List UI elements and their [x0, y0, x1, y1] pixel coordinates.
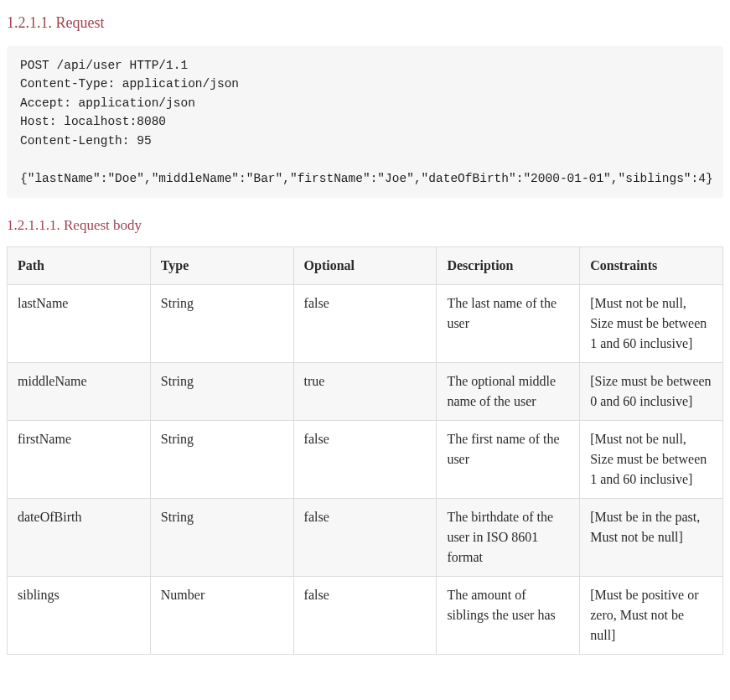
col-header-constraints: Constraints	[580, 246, 723, 284]
cell-description: The first name of the user	[437, 420, 580, 498]
cell-constraints: [Must be positive or zero, Must not be n…	[580, 576, 723, 654]
col-header-type: Type	[150, 246, 293, 284]
cell-description: The amount of siblings the user has	[437, 576, 580, 654]
cell-description: The birthdate of the user in ISO 8601 fo…	[437, 498, 580, 576]
table-row: dateOfBirth String false The birthdate o…	[8, 498, 723, 576]
table-row: lastName String false The last name of t…	[8, 284, 723, 362]
cell-constraints: [Size must be between 0 and 60 inclusive…	[580, 362, 723, 420]
cell-constraints: [Must be in the past, Must not be null]	[580, 498, 723, 576]
cell-type: String	[150, 420, 293, 498]
request-code-block[interactable]: POST /api/user HTTP/1.1 Content-Type: ap…	[7, 46, 723, 198]
table-row: middleName String true The optional midd…	[8, 362, 723, 420]
cell-optional: true	[293, 362, 437, 420]
col-header-path: Path	[8, 246, 151, 284]
col-header-description: Description	[437, 246, 580, 284]
cell-path: lastName	[8, 284, 151, 362]
table-row: firstName String false The first name of…	[8, 420, 723, 498]
cell-type: String	[150, 498, 293, 576]
cell-optional: false	[293, 498, 437, 576]
cell-constraints: [Must not be null, Size must be between …	[580, 284, 723, 362]
cell-type: Number	[150, 576, 293, 654]
cell-path: dateOfBirth	[8, 498, 151, 576]
cell-constraints: [Must not be null, Size must be between …	[580, 420, 723, 498]
cell-path: firstName	[8, 420, 151, 498]
cell-description: The last name of the user	[437, 284, 580, 362]
cell-optional: false	[293, 576, 437, 654]
cell-type: String	[150, 362, 293, 420]
cell-path: middleName	[8, 362, 151, 420]
cell-optional: false	[293, 284, 437, 362]
cell-type: String	[150, 284, 293, 362]
request-body-heading: 1.2.1.1.1. Request body	[7, 215, 723, 236]
cell-description: The optional middle name of the user	[437, 362, 580, 420]
table-header-row: Path Type Optional Description Constrain…	[8, 246, 723, 284]
col-header-optional: Optional	[293, 246, 437, 284]
cell-optional: false	[293, 420, 437, 498]
request-body-table: Path Type Optional Description Constrain…	[7, 246, 723, 655]
request-heading: 1.2.1.1. Request	[7, 12, 723, 34]
cell-path: siblings	[8, 576, 151, 654]
table-row: siblings Number false The amount of sibl…	[8, 576, 723, 654]
